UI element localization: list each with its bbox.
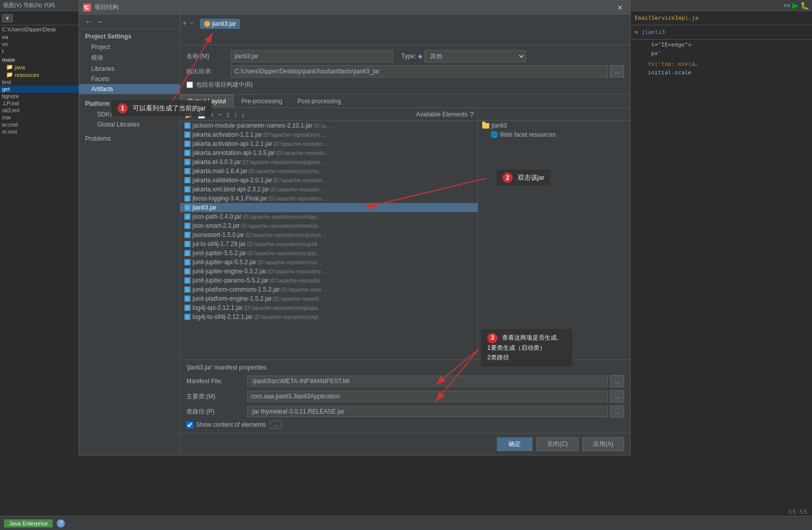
list-item[interactable]: j jakarta.mail-1.6.4.jar (D:\apache-repo… xyxy=(180,167,478,176)
list-item[interactable]: j junit-platform-engine-1.5.2.jar (D:\ap… xyxy=(180,294,478,303)
show-content-row: Show content of elements ... xyxy=(186,421,624,429)
list-item[interactable]: j jakarta.xml.bind-api-2.3.2.jar (D:\apa… xyxy=(180,185,478,194)
output-root-item[interactable]: jianli3 xyxy=(478,121,630,130)
tab-preprocessing[interactable]: Pre-processing xyxy=(234,95,290,107)
line-wcmd: w.cmd xyxy=(0,121,79,128)
artifact-tree: + − jianli3:jar xyxy=(180,15,630,45)
line-test: test xyxy=(0,78,79,86)
list-item[interactable]: j junit-jupiter-api-5.5.2.jar (D:\apache… xyxy=(180,258,478,267)
help-btn[interactable]: ? xyxy=(468,109,476,119)
include-checkbox[interactable] xyxy=(186,81,193,88)
sidebar-item-libraries[interactable]: Libraries xyxy=(79,64,180,74)
list-item[interactable]: j junit-jupiter-params-5.5.2.jar (D:\apa… xyxy=(180,276,478,285)
jar-icon-selected: j xyxy=(184,205,190,211)
list-item[interactable]: j junit-jupiter-5.5.2.jar (D:\apache-rep… xyxy=(180,249,478,258)
manifest-file-input[interactable] xyxy=(247,376,608,387)
element-path: (D:\apache-repo… xyxy=(281,287,327,293)
classpath-row: 类路径:(P) ... xyxy=(186,405,624,418)
available-pane-toolbar: 📁 📄 + − ↕ ↑ ↓ Available Elements ? xyxy=(180,108,478,121)
nav-forward-button[interactable]: → xyxy=(94,17,105,27)
classpath-browse-btn[interactable]: ... xyxy=(610,405,624,418)
output-tabs: Output Layout Pre-processing Post-proces… xyxy=(180,95,630,108)
pane-remove-btn[interactable]: − xyxy=(216,109,224,119)
list-item[interactable]: j junit-platform-commons-1.5.2.jar (D:\a… xyxy=(180,285,478,294)
include-label: 包括在项目构建中(B) xyxy=(196,80,253,89)
manifest-file-browse-btn[interactable]: ... xyxy=(610,375,624,387)
line-lpmd: .LP.md xyxy=(0,100,79,107)
path-label: C:\Users\Dipper\Desk xyxy=(0,25,79,33)
classpath-input[interactable] xyxy=(247,406,608,417)
pane-sort-btn[interactable]: ↕ xyxy=(224,109,231,119)
sidebar-item-facets[interactable]: Facets xyxy=(79,74,180,84)
output-elements-list[interactable]: jianli3 🌐 Web facet resources xyxy=(478,121,630,359)
svg-text:🏗: 🏗 xyxy=(84,5,89,11)
artifact-add-button[interactable]: + xyxy=(182,19,187,28)
element-name: jboss-logging-3.4.1.Final.jar xyxy=(192,195,267,202)
apply-button[interactable]: 应用(A) xyxy=(583,437,624,451)
list-item[interactable]: j jul-to-slf4j-1.7.29.jar (D:\apache-rep… xyxy=(180,239,478,249)
list-item[interactable]: j jakarta.validation-api-2.0.1.jar (D:\a… xyxy=(180,176,478,185)
list-item-jianli3[interactable]: j jianli3.jar xyxy=(180,203,478,212)
sidebar-item-project[interactable]: Project xyxy=(79,42,180,52)
list-item[interactable]: j junit-jupiter-engine-5.5.2.jar (D:\apa… xyxy=(180,267,478,276)
list-item[interactable]: j log4j-api-2.12.1.jar (D:\apache-reposi… xyxy=(180,303,478,312)
jar-icon: j xyxy=(184,314,190,320)
element-name: jsonassert-1.5.0.jar xyxy=(192,231,244,238)
element-name: json-smart-2.3.jar xyxy=(192,222,240,229)
show-content-checkbox[interactable] xyxy=(186,422,193,428)
element-name: junit-jupiter-engine-5.5.2.jar xyxy=(192,268,266,275)
jar-icon: j xyxy=(184,141,190,147)
list-item[interactable]: j jsonassert-1.5.0.jar (D:\apache-reposi… xyxy=(180,230,478,239)
artifact-remove-button[interactable]: − xyxy=(189,19,194,28)
sidebar: ← → Project Settings Project 模块 Librarie… xyxy=(79,15,180,455)
menu-bar[interactable]: 视图(V) 导航(N) 代码 xyxy=(3,2,55,9)
list-item[interactable]: j jakarta.annotation-api-1.3.5.jar (D:\a… xyxy=(180,148,478,157)
list-item[interactable]: j jakarta.el-3.0.3.jar (D:\apache-reposi… xyxy=(180,157,478,167)
list-item[interactable]: j jackson-module-parameter-names-2.10.1.… xyxy=(180,121,478,130)
name-input[interactable] xyxy=(231,50,393,62)
badge-3: 3 xyxy=(487,333,497,343)
nav-back-button[interactable]: ← xyxy=(83,17,94,27)
pane-up-btn[interactable]: ↑ xyxy=(231,109,239,119)
list-item[interactable]: j jakarta.activation-api-1.2.1.jar (D:\a… xyxy=(180,139,478,148)
dialog-titlebar: 🏗 项目结构 ✕ xyxy=(79,1,630,15)
element-name: junit-jupiter-api-5.5.2.jar xyxy=(192,259,256,266)
sidebar-item-artifacts[interactable]: Artifacts xyxy=(79,84,180,94)
main-class-input[interactable] xyxy=(247,391,608,402)
output-input[interactable] xyxy=(231,65,608,77)
list-item[interactable]: j json-path-2.4.0.jar (D:\apache-reposit… xyxy=(180,212,478,221)
output-browse-button[interactable]: ... xyxy=(610,65,624,77)
available-elements-list[interactable]: j jackson-module-parameter-names-2.10.1.… xyxy=(180,121,478,359)
tab-postprocessing[interactable]: Post-processing xyxy=(290,95,349,107)
close-button[interactable]: 关闭(C) xyxy=(536,437,578,451)
output-child-item[interactable]: 🌐 Web facet resources xyxy=(478,130,630,139)
type-select[interactable]: 其他 xyxy=(424,50,526,62)
folder-icon xyxy=(482,123,489,129)
main-class-label: 主要类:(M) xyxy=(186,392,247,401)
list-item[interactable]: j log4j-to-slf4j-2.12.1.jar (D:\apache-r… xyxy=(180,312,478,321)
info-btn[interactable]: ? xyxy=(57,519,65,527)
sidebar-item-modules[interactable]: 模块 xyxy=(79,52,180,64)
sidebar-item-global-libraries[interactable]: Global Libraries xyxy=(79,119,180,130)
type-label: Type: xyxy=(401,53,416,60)
jar-icon: j xyxy=(184,159,190,165)
java-enterprise-btn[interactable]: Java Enterprise xyxy=(4,519,53,527)
show-content-browse-btn[interactable]: ... xyxy=(270,421,282,429)
artifact-selected-item[interactable]: jianli3:jar xyxy=(200,19,240,29)
dropdown-btn[interactable]: ▼ xyxy=(2,14,13,22)
main-class-browse-btn[interactable]: ... xyxy=(610,390,624,402)
pane-down-btn[interactable]: ↓ xyxy=(239,109,247,119)
ok-button[interactable]: 确定 xyxy=(497,437,532,451)
line-ea: ea xyxy=(0,33,79,40)
sidebar-problems[interactable]: Problems xyxy=(79,134,180,144)
dialog-close-button[interactable]: ✕ xyxy=(614,3,626,13)
list-item[interactable]: j jboss-logging-3.4.1.Final.jar (D:\apac… xyxy=(180,194,478,203)
list-item[interactable]: j json-smart-2.3.jar (D:\apache-reposito… xyxy=(180,221,478,230)
jar-icon: j xyxy=(184,287,190,293)
tooltip-2: 2 双击该jar xyxy=(496,170,551,186)
line-t: t xyxy=(0,48,79,55)
element-name: junit-platform-commons-1.5.2.jar xyxy=(192,286,280,293)
element-name: log4j-api-2.12.1.jar xyxy=(192,304,243,311)
list-item[interactable]: j jakarta.activation-1.2.1.jar (D:\apach… xyxy=(180,130,478,139)
project-settings-section: Project Settings xyxy=(79,29,180,42)
